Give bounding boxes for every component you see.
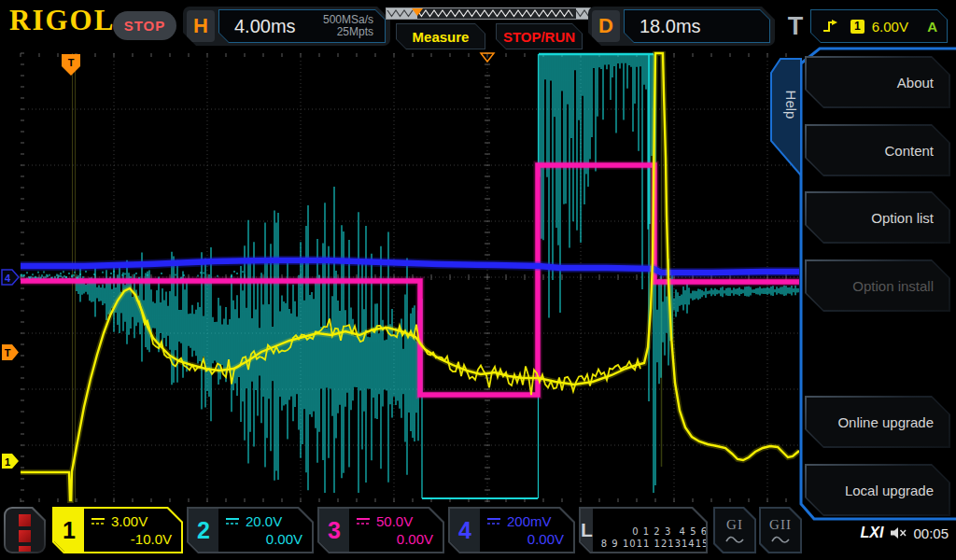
system-status: LXI 00:05 [861,525,949,541]
generator-1-block[interactable]: GI [713,507,756,553]
channel-3-offset: 0.00V [356,531,433,547]
menu-item-option-list[interactable]: Option list [805,191,950,244]
trigger-source-badge: 1 [851,20,865,34]
delay-value: 18.0ms [640,16,701,37]
channel-1-offset: -10.0V [91,531,172,547]
menu-item-option-install: Option install [805,259,950,312]
menu-grid-icon [6,509,44,552]
sine-wave-icon [724,534,745,544]
delay-block[interactable]: D 18.0ms [588,7,775,46]
lxi-badge: LXI [861,525,884,541]
menu-item-about[interactable]: About [805,56,950,108]
generator-1-label: GI [726,517,743,533]
generator-2-block[interactable]: GII [759,507,802,553]
svg-text:T: T [5,347,11,358]
channel-4-status[interactable]: 4 200mV 0.00V [448,507,575,553]
waveform-display: 4T1T [0,51,803,504]
main-menu-button[interactable] [4,507,46,553]
menu-item-content[interactable]: Content [805,124,950,176]
timebase-value: 4.00ms [234,16,296,37]
channel-1-status[interactable]: 1 3.00V -10.0V [52,507,183,553]
channel-3-scale: 50.0V [376,513,413,529]
dc-coupling-icon [91,517,105,525]
channel-2-status[interactable]: 2 20.0V 0.00V [187,507,314,553]
help-menu-panel: Help About Content Option list Option in… [766,45,956,560]
logic-analyzer-label: L [581,509,593,552]
svg-text:4: 4 [5,273,11,284]
channel-1-number: 1 [54,509,84,552]
sample-rate-and-depth: 500MSa/s 25Mpts [323,14,373,38]
help-tab[interactable]: Help [771,59,801,175]
dc-coupling-icon [225,517,240,525]
speaker-muted-icon [890,526,907,539]
channel-1-scale: 3.00V [111,513,148,529]
horizontal-label: H [187,10,215,42]
top-status-bar: RIGOL STOP H 4.00ms 500MSa/s 25Mpts Meas… [0,0,956,51]
channel-2-scale: 20.0V [246,513,282,529]
trigger-label: T [782,12,808,41]
channel-4-scale: 200mV [507,513,552,529]
logic-analyzer-status[interactable]: L 0 1 2 3 4 5 6 78 9 1011 12131415 [579,507,708,553]
stop-run-button[interactable]: STOP/RUN [496,23,583,49]
channel-3-status[interactable]: 3 50.0V 0.00V [317,507,444,553]
digital-channel-list: 0 1 2 3 4 5 6 78 9 1011 12131415 [593,509,719,552]
channel-2-offset: 0.00V [225,531,302,547]
channel-4-number: 4 [450,509,480,552]
dc-coupling-icon [356,517,371,525]
trigger-sweep-mode: A [927,19,937,35]
horizontal-timebase-block[interactable]: H 4.00ms 500MSa/s 25Mpts [183,7,390,46]
trigger-block[interactable]: T 1 6.00V A [780,7,952,46]
channel-3-number: 3 [319,509,349,552]
menu-item-online-upgrade[interactable]: Online upgrade [805,396,950,448]
measure-button[interactable]: Measure [396,23,485,49]
clock: 00:05 [913,525,949,541]
svg-text:T: T [68,57,75,68]
edge-trigger-icon [821,19,839,34]
channel-2-number: 2 [189,509,218,552]
waveform-memory-position-bar[interactable] [386,7,591,21]
channel-status-bar: 1 3.00V -10.0V 2 [0,504,956,560]
sine-wave-icon [770,534,791,544]
generator-2-label: GII [769,517,792,533]
dc-coupling-icon [486,517,501,525]
trigger-level-value: 6.00V [872,19,908,35]
acquisition-status-badge: STOP [113,11,176,40]
channel-4-offset: 0.00V [486,531,564,547]
svg-text:1: 1 [5,456,10,468]
brand-logo: RIGOL [9,4,115,37]
delay-label: D [592,10,620,42]
svg-text:Help: Help [783,91,799,119]
